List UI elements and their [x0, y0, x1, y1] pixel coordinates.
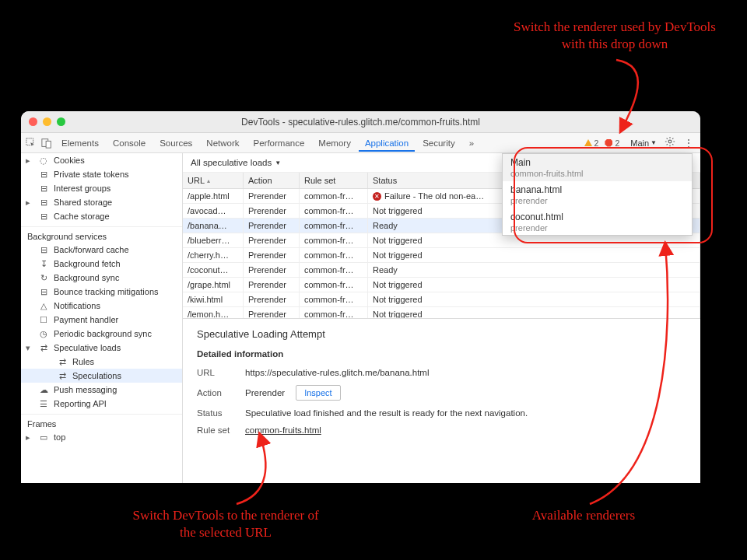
annotation-bottom-left-text: Switch DevTools to the renderer of the s… [124, 507, 327, 541]
application-sidebar: ▸◌Cookies⊟Private state tokens⊟Interest … [21, 153, 183, 483]
col-url[interactable]: URL▴ [183, 173, 244, 188]
sidebar-item[interactable]: ▸▭top [21, 430, 182, 444]
device-toolbar-icon[interactable] [40, 136, 54, 150]
sidebar-item-icon: △ [38, 301, 49, 311]
sidebar-item-icon: ⇄ [57, 371, 68, 381]
tab-console[interactable]: Console [107, 135, 152, 152]
sidebar-item[interactable]: △Notifications [21, 299, 182, 313]
col-action[interactable]: Action [244, 173, 300, 188]
more-tabs-icon[interactable]: » [463, 135, 480, 152]
renderer-option[interactable]: banana.htmlprerender [503, 181, 692, 208]
renderer-option-title: Main [510, 157, 684, 169]
sidebar-item-icon: ◷ [38, 329, 49, 339]
sidebar-item-label: Back/forward cache [54, 245, 129, 254]
ruleset-cell: common-fr… [300, 233, 368, 248]
detail-section-heading: Detailed information [197, 349, 686, 359]
action-cell: Prerender [244, 292, 300, 307]
tab-elements[interactable]: Elements [55, 135, 105, 152]
ruleset-cell: common-fr… [300, 219, 368, 233]
detail-action: Prerender [245, 388, 285, 397]
sidebar-item[interactable]: ☁Push messaging [21, 383, 182, 397]
sidebar-item-icon: ◌ [38, 156, 49, 166]
table-row[interactable]: /cherry.h…Prerendercommon-fr…Not trigger… [183, 248, 700, 263]
detail-url: https://speculative-rules.glitch.me/bana… [245, 368, 430, 377]
sidebar-item-icon: ▭ [38, 432, 49, 443]
sidebar-item-icon: ⊟ [38, 245, 49, 255]
ruleset-cell: common-fr… [300, 189, 368, 204]
sidebar-item-label: Rules [72, 357, 94, 366]
renderer-option-title: coconut.html [510, 212, 684, 223]
window-title: DevTools - speculative-rules.glitch.me/c… [21, 117, 700, 128]
sidebar-item[interactable]: ⇄Rules [21, 355, 182, 369]
sidebar-item[interactable]: ☐Payment handler [21, 313, 182, 327]
chevron-down-icon: ▼ [651, 139, 657, 146]
kebab-menu-icon[interactable]: ⋮ [680, 137, 697, 149]
sidebar-item-icon: ☁ [38, 385, 49, 395]
renderer-option-title: banana.html [510, 184, 684, 196]
sidebar-item[interactable]: ↧Background fetch [21, 257, 182, 271]
sidebar-item[interactable]: ⊟Back/forward cache [21, 243, 182, 257]
ruleset-cell: common-fr… [300, 278, 368, 292]
url-cell: /lemon.h… [183, 307, 244, 318]
sidebar-item[interactable]: ⊟Interest groups [21, 181, 182, 195]
sidebar-item[interactable]: ☰Reporting API [21, 397, 182, 411]
renderer-option[interactable]: coconut.htmlprerender [503, 208, 692, 236]
tab-performance[interactable]: Performance [247, 135, 311, 152]
action-cell: Prerender [244, 219, 300, 233]
table-row[interactable]: /kiwi.htmlPrerendercommon-fr…Not trigger… [183, 292, 700, 307]
detail-ruleset-link[interactable]: common-fruits.html [245, 425, 321, 435]
renderer-dropdown-menu[interactable]: Maincommon-fruits.htmlbanana.htmlprerend… [502, 153, 693, 236]
status-cell: Not triggered [368, 248, 700, 263]
table-row[interactable]: /lemon.h…Prerendercommon-fr…Not triggere… [183, 307, 700, 318]
titlebar: DevTools - speculative-rules.glitch.me/c… [21, 111, 700, 133]
tab-sources[interactable]: Sources [153, 135, 198, 152]
status-cell: Ready [368, 263, 700, 278]
ruleset-cell: common-fr… [300, 263, 368, 278]
sidebar-item[interactable]: ▾⇄Speculative loads [21, 341, 182, 355]
sidebar-item-icon: ⊟ [38, 212, 49, 222]
inspect-element-icon[interactable] [24, 136, 38, 150]
sidebar-item[interactable]: ⊟Bounce tracking mitigations [21, 285, 182, 299]
svg-rect-2 [46, 141, 51, 148]
sidebar-item-icon: ⊟ [38, 287, 49, 297]
chevron-down-icon: ▼ [275, 159, 281, 166]
renderer-option-sub: common-fruits.html [510, 169, 684, 180]
svg-point-3 [668, 140, 672, 143]
sidebar-item[interactable]: ▸⊟Shared storage [21, 195, 182, 209]
detail-status: Speculative load finished and the result… [245, 408, 528, 418]
table-row[interactable]: /grape.htmlPrerendercommon-fr…Not trigge… [183, 278, 700, 292]
table-row[interactable]: /coconut…Prerendercommon-fr…Ready [183, 263, 700, 278]
tab-memory[interactable]: Memory [312, 135, 357, 152]
warnings-badge[interactable]: 2 [584, 138, 599, 148]
tab-security[interactable]: Security [416, 135, 461, 152]
caret-icon: ▾ [26, 343, 33, 353]
tab-network[interactable]: Network [200, 135, 245, 152]
col-ruleset[interactable]: Rule set [300, 173, 368, 188]
caret-icon: ▸ [26, 432, 33, 443]
sidebar-item[interactable]: ⊟Cache storage [21, 209, 182, 223]
url-cell: /apple.html [183, 189, 244, 204]
action-cell: Prerender [244, 278, 300, 292]
sidebar-item[interactable]: ◷Periodic background sync [21, 327, 182, 341]
renderer-option-sub: prerender [510, 223, 684, 234]
renderer-select[interactable]: Main ▼ [627, 137, 660, 149]
ruleset-cell: common-fr… [300, 204, 368, 219]
sidebar-item[interactable]: ▸◌Cookies [21, 153, 182, 167]
sidebar-item-icon: ⊟ [38, 198, 49, 208]
sidebar-item[interactable]: ⊟Private state tokens [21, 167, 182, 181]
sidebar-item-label: Shared storage [54, 198, 112, 207]
detail-panel: Speculative Loading Attempt Detailed inf… [183, 318, 700, 483]
sidebar-item[interactable]: ↻Background sync [21, 271, 182, 285]
sidebar-item[interactable]: ⇄Speculations [21, 369, 182, 383]
renderer-option[interactable]: Maincommon-fruits.html [503, 154, 692, 181]
sidebar-item-label: Notifications [54, 301, 100, 310]
action-cell: Prerender [244, 307, 300, 318]
sidebar-item-label: Cache storage [54, 212, 110, 221]
tab-application[interactable]: Application [359, 135, 415, 152]
errors-badge[interactable]: 2 [605, 138, 619, 148]
sidebar-item-label: Background fetch [54, 259, 121, 268]
settings-icon[interactable] [661, 136, 679, 149]
inspect-button[interactable]: Inspect [296, 385, 340, 401]
sidebar-item-icon: ↻ [38, 273, 49, 283]
ruleset-cell: common-fr… [300, 248, 368, 263]
